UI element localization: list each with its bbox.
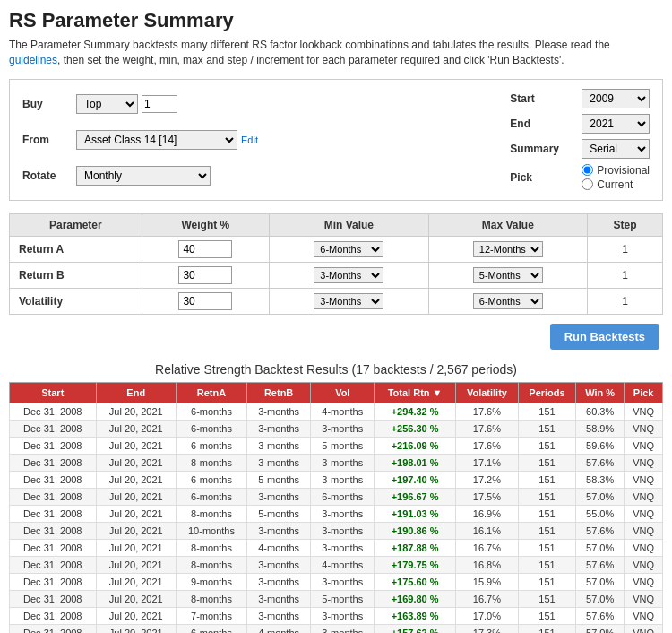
weight-col-header: Weight % — [142, 213, 269, 236]
table-cell: +191.03 % — [375, 505, 456, 522]
start-label: Start — [510, 92, 582, 105]
table-cell: +179.75 % — [375, 556, 456, 573]
results-col-header: Win % — [575, 382, 624, 403]
results-title: Relative Strength Backtest Results (17 b… — [9, 362, 663, 377]
table-cell: Dec 31, 2008 — [10, 403, 97, 420]
table-row: Dec 31, 2008Jul 20, 20216-months3-months… — [10, 437, 663, 454]
table-cell: 15.9% — [455, 573, 518, 590]
from-select[interactable]: Asset Class 14 [14] — [76, 130, 237, 150]
table-cell: 57.6% — [575, 454, 624, 471]
table-cell: 3-months — [311, 539, 375, 556]
table-cell: 6-months — [176, 437, 246, 454]
table-cell: 6-months — [311, 488, 375, 505]
max-select[interactable]: 1-Month2-Months3-Months4-Months5-Months6… — [473, 241, 543, 257]
table-cell: 6-months — [176, 403, 246, 420]
param-weight — [142, 288, 269, 314]
table-cell: Jul 20, 2021 — [96, 539, 176, 556]
edit-link[interactable]: Edit — [241, 134, 258, 145]
pick-current-label[interactable]: Current — [582, 178, 650, 191]
rotate-label: Rotate — [22, 169, 76, 182]
max-select[interactable]: 1-Month2-Months3-Months4-Months5-Months6… — [473, 267, 543, 283]
table-row: Dec 31, 2008Jul 20, 202110-months3-month… — [10, 522, 663, 539]
table-cell: Dec 31, 2008 — [10, 607, 97, 624]
table-cell: +157.62 % — [375, 624, 456, 633]
table-cell: 58.3% — [575, 471, 624, 488]
table-cell: 5-months — [311, 437, 375, 454]
table-cell: Dec 31, 2008 — [10, 624, 97, 633]
table-cell: +294.32 % — [375, 403, 456, 420]
weight-input[interactable] — [178, 266, 232, 284]
table-cell: 151 — [518, 403, 575, 420]
weight-input[interactable] — [178, 240, 232, 258]
guidelines-link[interactable]: guidelines — [9, 54, 57, 66]
config-right: Start 20092008200720062005 End 202120202… — [474, 89, 650, 191]
results-table: StartEndRetnARetnBVolTotal Rtn ▼Volatili… — [9, 382, 663, 633]
buy-number-input[interactable] — [142, 95, 177, 113]
table-cell: 5-months — [247, 471, 311, 488]
table-cell: VNQ — [625, 624, 663, 633]
table-row: Dec 31, 2008Jul 20, 20218-months5-months… — [10, 505, 663, 522]
param-name: Return A — [10, 236, 142, 262]
start-select[interactable]: 20092008200720062005 — [582, 89, 650, 108]
pick-label: Pick — [510, 171, 582, 184]
max-select[interactable]: 1-Month2-Months3-Months4-Months5-Months6… — [473, 293, 543, 309]
param-name: Volatility — [10, 288, 142, 314]
table-cell: 57.0% — [575, 573, 624, 590]
param-step: 1 — [588, 236, 663, 262]
table-cell: 3-months — [247, 454, 311, 471]
table-cell: 59.6% — [575, 437, 624, 454]
table-cell: 151 — [518, 624, 575, 633]
pick-provisional-radio[interactable] — [582, 164, 593, 176]
param-min: 1-Month2-Months3-Months4-Months5-Months6… — [270, 236, 429, 262]
table-cell: Jul 20, 2021 — [96, 437, 176, 454]
table-cell: +216.09 % — [375, 437, 456, 454]
buy-top-select[interactable]: Top Bottom — [76, 94, 138, 114]
table-cell: Jul 20, 2021 — [96, 420, 176, 437]
results-col-header: Periods — [518, 382, 575, 403]
weight-input[interactable] — [178, 292, 232, 310]
table-cell: 3-months — [247, 403, 311, 420]
pick-provisional-label[interactable]: Provisional — [582, 164, 650, 177]
param-row: Return B1-Month2-Months3-Months4-Months5… — [10, 262, 663, 288]
table-cell: 3-months — [311, 573, 375, 590]
table-row: Dec 31, 2008Jul 20, 20216-months3-months… — [10, 420, 663, 437]
summary-select[interactable]: SerialParallel — [582, 139, 650, 159]
table-cell: Dec 31, 2008 — [10, 488, 97, 505]
rotate-select[interactable]: Monthly Weekly Daily — [76, 166, 211, 186]
table-cell: 6-months — [176, 488, 246, 505]
table-cell: VNQ — [625, 573, 663, 590]
table-row: Dec 31, 2008Jul 20, 20216-months5-months… — [10, 471, 663, 488]
param-row: Return A1-Month2-Months3-Months4-Months5… — [10, 236, 663, 262]
table-cell: 57.0% — [575, 488, 624, 505]
table-cell: VNQ — [625, 454, 663, 471]
end-select[interactable]: 2021202020192018 — [582, 114, 650, 134]
run-backtests-button[interactable]: Run Backtests — [550, 324, 659, 350]
table-cell: 151 — [518, 454, 575, 471]
table-cell: 151 — [518, 471, 575, 488]
table-cell: 57.6% — [575, 607, 624, 624]
param-col-header: Parameter — [10, 213, 142, 236]
table-cell: 17.5% — [455, 488, 518, 505]
table-cell: 3-months — [247, 607, 311, 624]
buy-label: Buy — [22, 98, 76, 110]
min-select[interactable]: 1-Month2-Months3-Months4-Months5-Months6… — [314, 241, 383, 257]
param-step: 1 — [588, 288, 663, 314]
pick-current-radio[interactable] — [582, 178, 593, 190]
table-cell: VNQ — [625, 522, 663, 539]
table-cell: 57.0% — [575, 590, 624, 607]
min-select[interactable]: 1-Month2-Months3-Months4-Months5-Months6… — [314, 293, 383, 309]
minval-col-header: Min Value — [270, 213, 429, 236]
table-cell: 151 — [518, 505, 575, 522]
table-cell: VNQ — [625, 471, 663, 488]
results-col-header[interactable]: Total Rtn ▼ — [375, 382, 456, 403]
min-select[interactable]: 1-Month2-Months3-Months4-Months5-Months6… — [314, 267, 383, 283]
table-cell: 151 — [518, 556, 575, 573]
table-cell: VNQ — [625, 420, 663, 437]
table-cell: 57.0% — [575, 624, 624, 633]
table-cell: Jul 20, 2021 — [96, 471, 176, 488]
table-cell: Jul 20, 2021 — [96, 488, 176, 505]
summary-label: Summary — [510, 143, 582, 155]
table-row: Dec 31, 2008Jul 20, 20219-months3-months… — [10, 573, 663, 590]
table-cell: 3-months — [311, 454, 375, 471]
table-row: Dec 31, 2008Jul 20, 20216-months3-months… — [10, 403, 663, 420]
